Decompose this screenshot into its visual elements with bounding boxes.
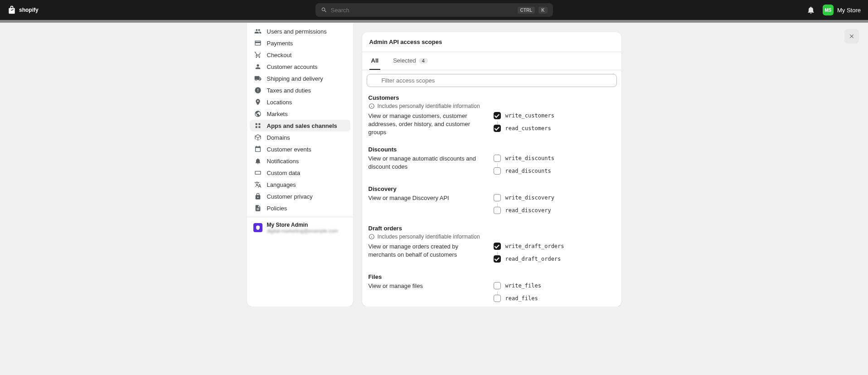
scope-description: View or manage Discovery API [369,194,486,216]
sidebar-item-markets[interactable]: Markets [250,108,350,120]
scope-group-discounts: Discounts View or manage automatic disco… [369,146,615,176]
tax-icon [254,87,262,94]
sidebar-item-label: Customer accounts [267,63,318,70]
lang-icon [254,181,262,188]
sidebar-item-label: Shipping and delivery [267,75,323,82]
scope-label: read_draft_orders [505,256,561,262]
scope-label: read_discovery [505,207,551,214]
store-menu[interactable]: MS My Store [823,5,861,15]
sidebar-item-label: Apps and sales channels [267,122,337,129]
close-button[interactable] [844,29,859,44]
sidebar-item-users-and-permissions[interactable]: Users and permissions [250,25,350,37]
sidebar-item-locations[interactable]: Locations [250,96,350,108]
location-icon [254,98,262,106]
scope-label: write_customers [505,112,554,119]
tab-selected-label: Selected [393,57,416,64]
sidebar-item-languages[interactable]: Languages [250,179,350,190]
sidebar-item-domains[interactable]: Domains [250,131,350,143]
credit-card-icon [254,39,262,47]
sidebar-item-label: Markets [267,111,288,117]
sidebar-item-label: Notifications [267,158,299,165]
scope-label: read_files [505,295,538,302]
scope-label: write_draft_orders [505,243,564,249]
sidebar-item-label: Languages [267,181,296,188]
tab-selected-count: 4 [419,58,428,63]
scope-title: Discounts [369,146,615,153]
shopify-logo[interactable]: shopify [7,5,44,15]
sidebar-item-payments[interactable]: Payments [250,37,350,49]
admin-avatar-icon [253,223,262,232]
checkbox-write_discounts[interactable] [494,155,501,162]
sidebar-item-taxes-and-duties[interactable]: Taxes and duties [250,84,350,96]
globe-icon [254,110,262,117]
sidebar-item-notifications[interactable]: Notifications [250,155,350,167]
sidebar-item-checkout[interactable]: Checkout [250,49,350,61]
checkbox-read_files[interactable] [494,295,501,302]
connector-line [497,203,615,207]
sidebar-item-label: Domains [267,134,290,141]
checkbox-read_draft_orders[interactable] [494,255,501,263]
tab-all[interactable]: All [369,52,381,70]
scope-title: Files [369,273,615,280]
close-icon [849,33,855,39]
scope-group-discovery: Discovery View or manage Discovery API w… [369,185,615,216]
connector-line [497,291,615,295]
sidebar-item-shipping-and-delivery[interactable]: Shipping and delivery [250,73,350,84]
store-name: My Store [837,7,861,14]
connector-line [497,164,615,167]
scope-group-customers: CustomersIncludes personally identifiabl… [369,94,615,137]
scope-label: write_discovery [505,195,554,201]
svg-text:shopify: shopify [19,7,39,13]
info-icon [369,103,375,109]
sidebar-item-label: Users and permissions [267,28,327,35]
shopify-wordmark-icon: shopify [19,6,44,14]
sidebar-item-apps-and-sales-channels[interactable]: Apps and sales channels [250,120,350,131]
sidebar-footer[interactable]: My Store Admin digital-marketing@example… [247,217,353,238]
scope-label: write_discounts [505,155,554,161]
scope-label: read_discounts [505,168,551,174]
sidebar-item-label: Taxes and duties [267,87,311,94]
scope-group-draft-orders: Draft ordersIncludes personally identifi… [369,225,615,264]
sidebar-item-policies[interactable]: Policies [250,202,350,214]
sidebar-item-label: Customer privacy [267,193,313,200]
search-kbd-ctrl: CTRL [518,7,535,14]
checkbox-read_customers[interactable] [494,125,501,132]
sidebar-item-customer-accounts[interactable]: Customer accounts [250,61,350,73]
scope-label: write_files [505,282,541,289]
tab-selected[interactable]: Selected 4 [391,52,430,70]
bell-icon [254,157,262,165]
app-header: shopify CTRL K MS My Store [0,0,868,20]
notifications-icon[interactable] [806,5,815,15]
settings-sidebar: Users and permissionsPaymentsCheckoutCus… [247,23,353,307]
checkbox-write_discovery[interactable] [494,194,501,201]
scope-list[interactable]: CustomersIncludes personally identifiabl… [362,91,621,307]
filter-scopes-input[interactable] [367,74,617,87]
scope-description: View or manage files [369,282,486,304]
sidebar-item-label: Checkout [267,52,292,58]
search-input[interactable] [331,7,514,14]
checkbox-read_discovery[interactable] [494,207,501,214]
checkbox-write_files[interactable] [494,282,501,289]
sidebar-item-customer-events[interactable]: Customer events [250,143,350,155]
sidebar-item-label: Customer events [267,146,311,153]
info-icon [369,234,375,240]
sidebar-item-label: Custom data [267,170,301,176]
scope-description: View or manage customers, customer addre… [369,112,486,137]
connector-line [497,252,615,255]
search-icon [321,7,327,13]
search-kbd-k: K [538,7,547,14]
scope-description: View or manage automatic discounts and d… [369,155,486,176]
events-icon [254,146,262,153]
cart-icon [254,51,262,58]
checkbox-read_discounts[interactable] [494,167,501,175]
checkbox-write_draft_orders[interactable] [494,243,501,250]
scope-title: Discovery [369,185,615,192]
checkbox-write_customers[interactable] [494,112,501,119]
scope-group-files: Files View or manage files write_files r… [369,273,615,304]
sidebar-item-customer-privacy[interactable]: Customer privacy [250,190,350,202]
data-icon [254,169,262,176]
sidebar-item-custom-data[interactable]: Custom data [250,167,350,179]
global-search[interactable]: CTRL K [315,3,553,17]
users-icon [254,28,262,35]
admin-name: My Store Admin [267,222,338,228]
